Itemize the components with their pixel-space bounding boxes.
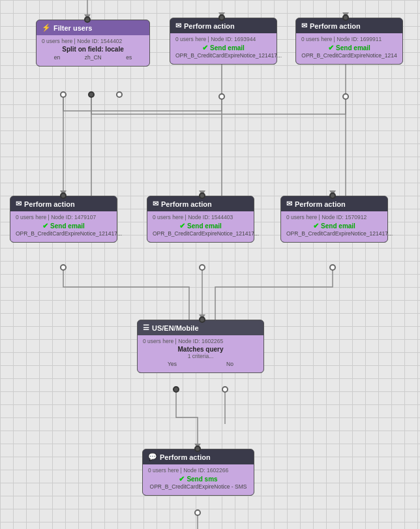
dot-filter-top bbox=[84, 16, 91, 23]
dot-filter-zh bbox=[88, 91, 95, 98]
dot-pa2-bottom bbox=[342, 93, 349, 100]
pa4-id: 0 users here | Node ID: 1544403 bbox=[153, 214, 248, 220]
pa4-action: ✔ Send email bbox=[153, 222, 248, 230]
perform-action-node-2[interactable]: ✉ Perform action 0 users here | Node ID:… bbox=[295, 18, 403, 65]
pa3-sub: OPR_B_CreditCardExpireNotice_121417... bbox=[16, 230, 112, 237]
check-icon-6: ✔ bbox=[179, 475, 185, 483]
pa6-action-label: Send sms bbox=[187, 476, 217, 483]
uem-yes: Yes bbox=[168, 361, 177, 367]
filter-users-body: 0 users here | Node ID: 1544402 Split on… bbox=[37, 35, 149, 66]
pa3-action: ✔ Send email bbox=[16, 222, 112, 230]
pa1-action-label: Send email bbox=[210, 44, 245, 52]
envelope-icon-4: ✉ bbox=[153, 200, 158, 208]
pa1-title: Perform action bbox=[184, 22, 235, 30]
pa2-header: ✉ Perform action bbox=[296, 18, 402, 33]
uem-action: Matches query bbox=[143, 346, 258, 353]
check-icon-3: ✔ bbox=[42, 222, 48, 230]
dot-pa6-top bbox=[194, 446, 201, 452]
pa4-title: Perform action bbox=[161, 200, 212, 208]
envelope-icon-5: ✉ bbox=[286, 200, 292, 208]
check-icon-4: ✔ bbox=[179, 222, 185, 230]
filter-users-id: 0 users here | Node ID: 1544402 bbox=[42, 38, 144, 44]
pa3-body: 0 users here | Node ID: 1479107 ✔ Send e… bbox=[10, 211, 117, 242]
pa1-header: ✉ Perform action bbox=[170, 18, 277, 33]
perform-action-node-5[interactable]: ✉ Perform action 0 users here | Node ID:… bbox=[280, 196, 388, 243]
filter-users-title: Filter users bbox=[53, 24, 92, 32]
dot-filter-es bbox=[116, 91, 123, 98]
us-en-mobile-node[interactable]: ☰ US/EN/Mobile 0 users here | Node ID: 1… bbox=[137, 320, 264, 373]
pa1-sub: OPR_B_CreditCardExpireNotice_121417... bbox=[175, 52, 271, 59]
pa5-body: 0 users here | Node ID: 1570912 ✔ Send e… bbox=[281, 211, 387, 242]
filter-icon: ⚡ bbox=[42, 23, 51, 32]
list-icon: ☰ bbox=[143, 324, 149, 332]
pa5-title: Perform action bbox=[295, 200, 346, 208]
pa3-title: Perform action bbox=[24, 200, 75, 208]
check-icon-5: ✔ bbox=[313, 222, 319, 230]
dot-pa4-top bbox=[199, 192, 205, 199]
filter-users-outputs: en zh_CN es bbox=[42, 54, 144, 61]
perform-action-node-4[interactable]: ✉ Perform action 0 users here | Node ID:… bbox=[147, 196, 254, 243]
dot-pa4-bottom bbox=[199, 264, 205, 271]
dot-pa5-bottom bbox=[329, 264, 336, 271]
pa6-sub: OPR_B_CreditCardExpireNotice - SMS bbox=[148, 483, 248, 490]
pa2-sub: OPR_B_CreditCardExpireNotice_1214 bbox=[301, 52, 397, 59]
pa4-action-label: Send email bbox=[187, 222, 222, 230]
pa5-id: 0 users here | Node ID: 1570912 bbox=[286, 214, 382, 220]
pa6-action: ✔ Send sms bbox=[148, 475, 248, 483]
perform-action-node-6[interactable]: 💬 Perform action 0 users here | Node ID:… bbox=[142, 449, 254, 496]
envelope-icon-1: ✉ bbox=[175, 22, 181, 30]
pa5-header: ✉ Perform action bbox=[281, 196, 387, 211]
pa5-action-label: Send email bbox=[321, 222, 355, 230]
pa2-title: Perform action bbox=[310, 22, 361, 30]
pa6-id: 0 users here | Node ID: 1602266 bbox=[148, 467, 248, 474]
filter-users-split: Split on field: locale bbox=[42, 46, 144, 53]
pa6-title: Perform action bbox=[160, 453, 211, 461]
dot-pa1-top bbox=[218, 14, 225, 21]
filter-users-header: ⚡ Filter users bbox=[37, 20, 149, 35]
check-icon-2: ✔ bbox=[328, 44, 334, 52]
uem-body: 0 users here | Node ID: 1602265 Matches … bbox=[138, 335, 263, 372]
envelope-icon-3: ✉ bbox=[16, 200, 22, 208]
dot-pa3-bottom bbox=[60, 264, 67, 271]
pa3-action-label: Send email bbox=[50, 222, 85, 230]
pa6-body: 0 users here | Node ID: 1602266 ✔ Send s… bbox=[143, 464, 254, 495]
uem-yes-no: Yes No bbox=[143, 361, 258, 367]
output-en: en bbox=[54, 54, 60, 61]
dot-pa6-bottom bbox=[194, 509, 201, 516]
uem-criteria: 1 criteria... bbox=[143, 353, 258, 359]
filter-users-node[interactable]: ⚡ Filter users 0 users here | Node ID: 1… bbox=[36, 20, 150, 67]
pa3-id: 0 users here | Node ID: 1479107 bbox=[16, 214, 112, 220]
dot-uem-yes bbox=[173, 386, 179, 393]
output-es: es bbox=[126, 54, 132, 61]
dot-uem-no bbox=[222, 386, 228, 393]
pa4-sub: OPR_B_CreditCardExpireNotice_121417... bbox=[153, 230, 248, 237]
envelope-icon-2: ✉ bbox=[301, 22, 307, 30]
uem-id: 0 users here | Node ID: 1602265 bbox=[143, 338, 258, 344]
perform-action-node-1[interactable]: ✉ Perform action 0 users here | Node ID:… bbox=[170, 18, 277, 65]
pa1-id: 0 users here | Node ID: 1693944 bbox=[175, 36, 271, 42]
pa5-action: ✔ Send email bbox=[286, 222, 382, 230]
pa2-body: 0 users here | Node ID: 1699911 ✔ Send e… bbox=[296, 33, 402, 64]
dot-pa2-top bbox=[342, 14, 349, 21]
dot-pa3-top bbox=[60, 192, 67, 199]
dot-uem-top bbox=[199, 316, 205, 323]
pa2-id: 0 users here | Node ID: 1699911 bbox=[301, 36, 397, 42]
pa2-action-label: Send email bbox=[336, 44, 370, 52]
check-icon-1: ✔ bbox=[202, 44, 208, 52]
pa1-action: ✔ Send email bbox=[175, 44, 271, 52]
dot-pa5-top bbox=[329, 192, 336, 199]
dot-pa1-bottom bbox=[218, 93, 225, 100]
pa1-body: 0 users here | Node ID: 1693944 ✔ Send e… bbox=[170, 33, 277, 64]
pa2-action: ✔ Send email bbox=[301, 44, 397, 52]
perform-action-node-3[interactable]: ✉ Perform action 0 users here | Node ID:… bbox=[10, 196, 117, 243]
chat-icon: 💬 bbox=[148, 453, 157, 461]
pa5-sub: OPR_B_CreditCardExpireNotice_121417... bbox=[286, 230, 382, 237]
uem-title: US/EN/Mobile bbox=[152, 324, 199, 332]
uem-no: No bbox=[226, 361, 233, 367]
output-zh: zh_CN bbox=[85, 54, 102, 61]
pa4-body: 0 users here | Node ID: 1544403 ✔ Send e… bbox=[147, 211, 254, 242]
dot-filter-en bbox=[60, 91, 67, 98]
